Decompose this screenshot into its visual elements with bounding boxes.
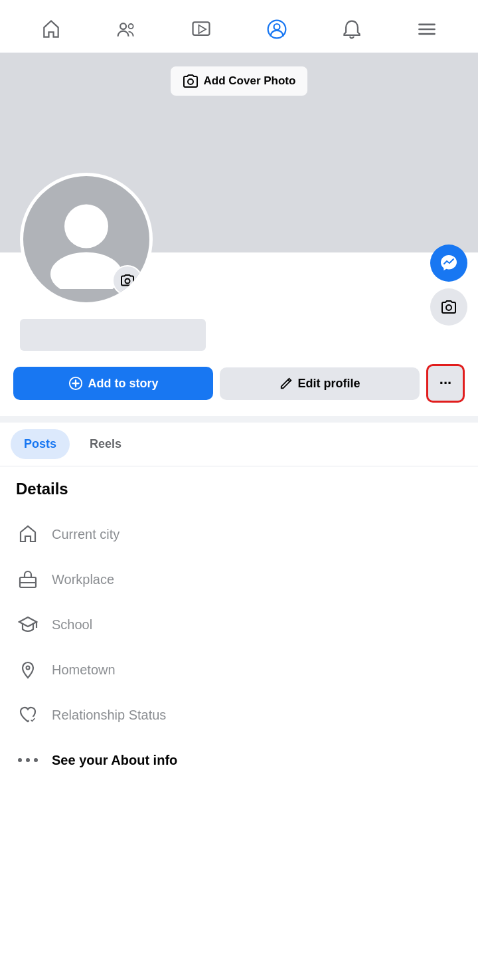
svg-point-25 <box>34 758 38 762</box>
add-to-story-label: Add to story <box>88 377 159 391</box>
svg-point-13 <box>446 305 451 310</box>
watch-nav-icon <box>191 19 212 43</box>
menu-nav-icon <box>416 19 438 43</box>
messenger-icon <box>439 253 459 273</box>
tab-reels[interactable]: Reels <box>76 429 135 459</box>
workplace-text: Workplace <box>52 572 114 587</box>
three-dots-icon <box>16 748 40 772</box>
detail-workplace[interactable]: Workplace <box>16 557 462 602</box>
see-about-text[interactable]: See your About info <box>52 753 177 768</box>
section-divider <box>0 416 478 423</box>
edit-profile-label: Edit profile <box>298 377 360 391</box>
svg-point-21 <box>27 666 30 670</box>
nav-notifications[interactable] <box>314 11 389 50</box>
cover-camera-icon <box>440 298 457 316</box>
workplace-icon <box>16 567 40 591</box>
svg-point-9 <box>188 79 193 84</box>
svg-point-0 <box>120 23 126 29</box>
edit-profile-button[interactable]: Edit profile <box>220 367 420 400</box>
edit-pencil-icon <box>279 377 293 390</box>
tab-posts[interactable]: Posts <box>11 429 70 459</box>
hometown-icon <box>16 658 40 682</box>
tab-reels-label: Reels <box>90 437 121 450</box>
see-about-row[interactable]: See your About info <box>16 737 462 783</box>
nav-friends[interactable] <box>88 11 163 50</box>
more-dots-label: ··· <box>439 375 451 392</box>
details-heading: Details <box>16 480 462 498</box>
cover-camera-button[interactable] <box>430 288 467 326</box>
friends-nav-icon <box>116 19 137 43</box>
messenger-button[interactable] <box>430 245 467 282</box>
name-placeholder <box>20 319 206 351</box>
profile-picture[interactable] <box>20 173 153 306</box>
camera-cover-icon <box>183 73 199 89</box>
home-nav-icon <box>40 19 62 43</box>
nav-menu[interactable] <box>390 11 465 50</box>
profile-tabs: Posts Reels <box>0 423 478 459</box>
relationship-icon <box>16 703 40 727</box>
tab-posts-label: Posts <box>24 437 56 450</box>
profile-picture-wrapper <box>20 173 153 306</box>
detail-relationship[interactable]: Relationship Status <box>16 692 462 737</box>
detail-current-city[interactable]: Current city <box>16 512 462 557</box>
details-section: Details Current city Workplace <box>0 466 478 796</box>
svg-point-23 <box>18 758 22 762</box>
svg-point-5 <box>274 24 279 30</box>
detail-hometown[interactable]: Hometown <box>16 647 462 692</box>
cover-photo-area: Add Cover Photo <box>0 53 478 252</box>
svg-point-1 <box>129 24 133 29</box>
add-story-plus-icon <box>68 376 83 391</box>
svg-marker-3 <box>199 25 206 33</box>
school-icon <box>16 613 40 637</box>
svg-point-12 <box>125 279 130 284</box>
relationship-text: Relationship Status <box>52 708 166 723</box>
action-buttons-row: Add to story Edit profile ··· <box>0 364 478 416</box>
svg-point-24 <box>26 758 30 762</box>
nav-watch[interactable] <box>164 11 239 50</box>
add-cover-label: Add Cover Photo <box>204 74 296 88</box>
svg-point-10 <box>64 205 108 248</box>
more-options-button[interactable]: ··· <box>426 364 465 403</box>
hometown-text: Hometown <box>52 662 116 678</box>
school-text: School <box>52 617 92 633</box>
cover-right-actions <box>430 245 467 326</box>
svg-point-11 <box>50 252 122 290</box>
top-nav <box>0 0 478 53</box>
nav-home[interactable] <box>13 11 88 50</box>
profile-camera-badge[interactable] <box>112 265 143 296</box>
current-city-text: Current city <box>52 527 120 542</box>
add-to-story-button[interactable]: Add to story <box>13 367 213 400</box>
profile-nav-icon <box>266 19 287 43</box>
profile-camera-icon <box>120 272 135 288</box>
nav-profile[interactable] <box>239 11 314 50</box>
current-city-icon <box>16 522 40 546</box>
svg-rect-2 <box>193 22 210 35</box>
detail-school[interactable]: School <box>16 602 462 647</box>
notifications-nav-icon <box>341 19 362 43</box>
add-cover-photo-button[interactable]: Add Cover Photo <box>171 66 308 96</box>
